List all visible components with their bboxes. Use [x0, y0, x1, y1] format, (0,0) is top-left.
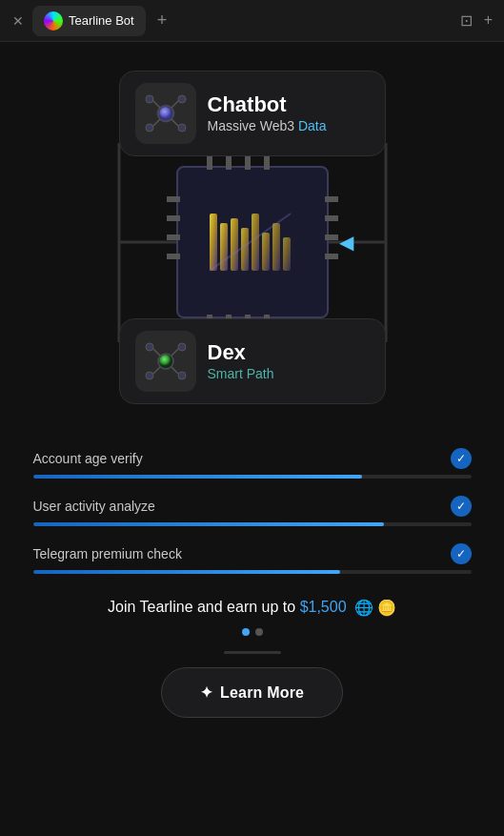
- browser-actions: ⊡ +: [460, 11, 493, 30]
- chatbot-card: Chatbot Massive Web3 Data: [119, 71, 386, 156]
- dex-molecule-icon: [140, 336, 192, 387]
- svg-line-35: [171, 367, 178, 374]
- svg-point-9: [146, 95, 153, 103]
- svg-point-36: [159, 355, 172, 368]
- feature-header-2: Telegram premium check ✓: [33, 543, 472, 564]
- browser-bar: ✕ Tearline Bot + ⊡ +: [0, 0, 504, 42]
- ai-chip: ◀: [176, 166, 329, 318]
- learn-more-button[interactable]: ✦ Learn More: [161, 667, 343, 718]
- feature-item-0: Account age verify ✓: [33, 438, 472, 486]
- pin-l1: [167, 196, 180, 202]
- svg-line-14: [171, 101, 178, 108]
- svg-line-16: [171, 119, 178, 126]
- svg-point-11: [146, 124, 153, 132]
- new-tab-icon[interactable]: +: [157, 10, 168, 31]
- globe-icon: 🌐: [354, 599, 373, 617]
- svg-point-17: [159, 107, 172, 120]
- chatbot-icon-wrap: [135, 83, 196, 144]
- tab-title: Tearline Bot: [69, 13, 134, 28]
- svg-line-13: [153, 101, 160, 108]
- features-list: Account age verify ✓ User activity analy…: [33, 438, 472, 581]
- pin-r1: [325, 196, 338, 202]
- svg-line-15: [153, 119, 160, 126]
- pin-l2: [167, 215, 180, 221]
- svg-point-12: [178, 124, 186, 132]
- page-dots: [33, 628, 472, 636]
- dex-icon-wrap: [135, 331, 196, 392]
- svg-line-33: [171, 349, 178, 356]
- dex-title: Dex: [208, 341, 274, 364]
- chatbot-molecule-icon: [140, 88, 192, 139]
- chatbot-highlight: Data: [298, 118, 327, 133]
- cta-badge-icons: 🌐 🪙: [354, 599, 396, 617]
- fullscreen-icon[interactable]: ⊡: [460, 11, 473, 30]
- feature-label-1: User activity analyze: [33, 499, 155, 514]
- dex-card: Dex Smart Path: [119, 318, 386, 404]
- svg-point-30: [146, 372, 153, 379]
- coin-icon: 🪙: [377, 599, 396, 617]
- feature-header-1: User activity analyze ✓: [33, 496, 472, 517]
- svg-point-28: [146, 343, 153, 351]
- sparkle-icon: ✦: [200, 683, 212, 702]
- expand-icon[interactable]: +: [484, 11, 493, 30]
- pin-t1: [207, 156, 212, 170]
- chatbot-title: Chatbot: [208, 93, 327, 116]
- arrow-right-icon: ◀: [339, 231, 353, 254]
- progress-fill-1: [33, 522, 384, 526]
- divider-line: [224, 651, 281, 654]
- cta-amount: $1,500: [300, 599, 347, 615]
- pin-t2: [226, 156, 232, 170]
- feature-header-0: Account age verify ✓: [33, 448, 472, 469]
- pin-r4: [325, 254, 338, 259]
- progress-fill-2: [33, 570, 340, 574]
- svg-line-34: [153, 367, 160, 374]
- feature-item-1: User activity analyze ✓: [33, 486, 472, 534]
- feature-label-2: Telegram premium check: [33, 546, 182, 561]
- feature-item-2: Telegram premium check ✓: [33, 534, 472, 581]
- cta-text: Join Tearline and earn up to $1,500 🌐 🪙: [33, 599, 472, 617]
- ai-chip-wrap: ◀: [176, 166, 329, 318]
- learn-more-label: Learn More: [220, 684, 304, 702]
- dex-card-text: Dex Smart Path: [208, 341, 274, 381]
- svg-point-10: [178, 95, 186, 103]
- progress-bg-2: [33, 570, 472, 574]
- pin-r2: [325, 215, 338, 221]
- pin-r3: [325, 234, 338, 240]
- cta-text-before: Join Tearline and earn up to: [108, 599, 295, 615]
- pin-t4: [264, 156, 270, 170]
- svg-line-32: [153, 349, 160, 356]
- tearline-icon: [44, 11, 63, 31]
- check-icon-2: ✓: [451, 543, 472, 564]
- dot-2[interactable]: [255, 628, 263, 636]
- diagram-area: Chatbot Massive Web3 Data: [33, 61, 472, 423]
- pin-l4: [167, 254, 180, 259]
- close-icon[interactable]: ✕: [11, 14, 25, 28]
- feature-label-0: Account age verify: [33, 451, 143, 466]
- check-icon-0: ✓: [451, 448, 472, 469]
- dex-subtitle: Smart Path: [208, 366, 274, 381]
- progress-bg-1: [33, 522, 472, 526]
- progress-bg-0: [33, 475, 472, 479]
- main-content: Chatbot Massive Web3 Data: [0, 42, 504, 836]
- chatbot-subtitle: Massive Web3 Data: [208, 118, 327, 133]
- progress-fill-0: [33, 475, 362, 479]
- pin-t3: [245, 156, 251, 170]
- svg-point-31: [178, 372, 186, 379]
- check-icon-1: ✓: [451, 496, 472, 517]
- svg-point-29: [178, 343, 186, 351]
- cta-section: Join Tearline and earn up to $1,500 🌐 🪙 …: [33, 599, 472, 718]
- dot-1[interactable]: [242, 628, 250, 636]
- pin-l3: [167, 234, 180, 240]
- browser-tab[interactable]: Tearline Bot: [32, 6, 146, 36]
- chip-pins: [178, 168, 327, 316]
- chatbot-card-text: Chatbot Massive Web3 Data: [208, 93, 327, 133]
